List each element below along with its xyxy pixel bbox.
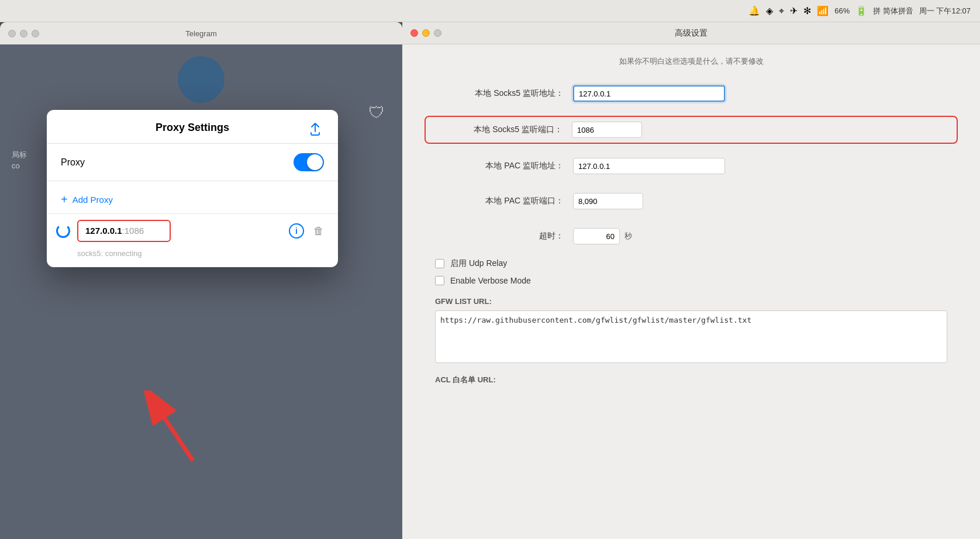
- pac-port-label: 本地 PAC 监听端口：: [435, 196, 564, 206]
- settings-maximize-button[interactable]: [434, 29, 441, 37]
- telegram-title: Telegram: [185, 29, 216, 38]
- udp-relay-checkbox[interactable]: [435, 259, 444, 268]
- pac-address-row: 本地 PAC 监听地址：: [426, 153, 957, 179]
- proxy-ip: 127.0.0.1: [85, 226, 122, 236]
- settings-traffic-lights: [410, 29, 441, 37]
- settings-minimize-button[interactable]: [422, 29, 430, 37]
- settings-title: 高级设置: [675, 28, 708, 39]
- pac-port-input[interactable]: [573, 193, 643, 209]
- proxy-header: Proxy Settings: [47, 110, 338, 134]
- telegram-window: Telegram 🛡 局标 co Proxy Settings Proxy + …: [0, 22, 402, 539]
- maximize-button[interactable]: [32, 30, 39, 37]
- red-arrow: [140, 391, 211, 469]
- tg-snippet-2: co: [12, 161, 20, 170]
- pac-address-label: 本地 PAC 监听地址：: [435, 161, 564, 171]
- menubar: 🔔 ◈ ⌖ ✈ ✻ 📶 66% 🔋 拼 简体拼音 周一 下午12:07: [0, 0, 980, 22]
- proxy-address-box[interactable]: 127.0.0.1:1086: [77, 220, 171, 242]
- toggle-knob: [307, 154, 323, 170]
- close-button[interactable]: [8, 30, 16, 37]
- acl-label: ACL 白名单 URL:: [435, 375, 947, 385]
- proxy-port: :1086: [122, 226, 144, 236]
- verbose-mode-row: Enable Verbose Mode: [426, 276, 957, 285]
- socks5-port-input[interactable]: [572, 122, 642, 138]
- proxy-toggle[interactable]: [294, 153, 324, 171]
- menubar-right: 🔔 ◈ ⌖ ✈ ✻ 📶 66% 🔋 拼 简体拼音 周一 下午12:07: [748, 5, 971, 16]
- verbose-mode-checkbox[interactable]: [435, 276, 444, 285]
- tg-snippet-1: 局标: [12, 150, 27, 160]
- pac-address-input[interactable]: [573, 158, 725, 174]
- cursor-icon: ⌖: [779, 6, 784, 16]
- proxy-title: Proxy Settings: [156, 122, 229, 134]
- send-icon: ✈: [790, 5, 798, 16]
- udp-relay-row: 启用 Udp Relay: [426, 258, 957, 269]
- gfw-list-url-label: GFW LIST URL:: [435, 297, 947, 306]
- proxy-item-row: 127.0.0.1:1086 i 🗑: [47, 213, 338, 248]
- minimize-button[interactable]: [20, 30, 27, 37]
- settings-close-button[interactable]: [410, 29, 418, 37]
- proxy-item-actions: i 🗑: [289, 223, 324, 239]
- socks5-port-label: 本地 Socks5 监听端口：: [434, 125, 563, 135]
- proxy-toggle-row: Proxy: [47, 144, 338, 181]
- socks5-address-input[interactable]: [573, 85, 725, 102]
- wifi-icon: 📶: [817, 5, 829, 16]
- timeout-suffix: 秒: [624, 231, 632, 241]
- bell-icon: 🔔: [748, 5, 760, 16]
- settings-body: 如果你不明白这些选项是什么，请不要修改 本地 Socks5 监听地址： 本地 S…: [402, 44, 980, 397]
- pac-port-row: 本地 PAC 监听端口：: [426, 188, 957, 214]
- ime-label: 拼 简体拼音: [873, 6, 913, 16]
- battery-icon: 🔋: [855, 5, 867, 16]
- avatar: [178, 56, 225, 103]
- telegram-titlebar: Telegram: [0, 22, 402, 44]
- traffic-lights: [8, 30, 39, 37]
- bluetooth-icon: ✻: [803, 5, 811, 16]
- settings-subtitle: 如果你不明白这些选项是什么，请不要修改: [426, 56, 957, 67]
- timeout-input[interactable]: [573, 228, 620, 244]
- settings-titlebar: 高级设置: [402, 22, 980, 44]
- proxy-label: Proxy: [61, 157, 85, 168]
- proxy-status: socks5: connecting: [47, 248, 338, 267]
- timeout-row: 超时： 秒: [426, 223, 957, 249]
- gfw-list-url-textarea[interactable]: [435, 310, 947, 363]
- proxy-delete-button[interactable]: 🗑: [313, 225, 324, 237]
- svg-line-1: [158, 408, 193, 461]
- location-icon: ◈: [766, 5, 773, 16]
- proxy-settings-modal: Proxy Settings Proxy + Add Proxy 127.0.0…: [47, 110, 338, 267]
- settings-window: 高级设置 如果你不明白这些选项是什么，请不要修改 本地 Socks5 监听地址：…: [402, 22, 980, 539]
- add-proxy-label: Add Proxy: [73, 195, 113, 205]
- socks5-address-row: 本地 Socks5 监听地址：: [426, 81, 957, 106]
- shield-icon: 🛡: [368, 103, 385, 122]
- add-proxy-button[interactable]: + Add Proxy: [47, 188, 338, 213]
- socks5-address-label: 本地 Socks5 监听地址：: [435, 88, 564, 99]
- socks5-port-row: 本地 Socks5 监听端口：: [425, 116, 958, 144]
- divider-2: [47, 181, 338, 181]
- plus-icon: +: [61, 193, 68, 206]
- timeout-label: 超时：: [435, 231, 564, 241]
- battery-percent: 66%: [834, 6, 850, 15]
- verbose-mode-label: Enable Verbose Mode: [450, 276, 531, 285]
- proxy-spinner-icon: [56, 224, 70, 238]
- time-label: 周一 下午12:07: [919, 6, 971, 16]
- proxy-share-button[interactable]: [306, 120, 324, 138]
- udp-relay-label: 启用 Udp Relay: [450, 258, 507, 269]
- proxy-info-button[interactable]: i: [289, 223, 304, 239]
